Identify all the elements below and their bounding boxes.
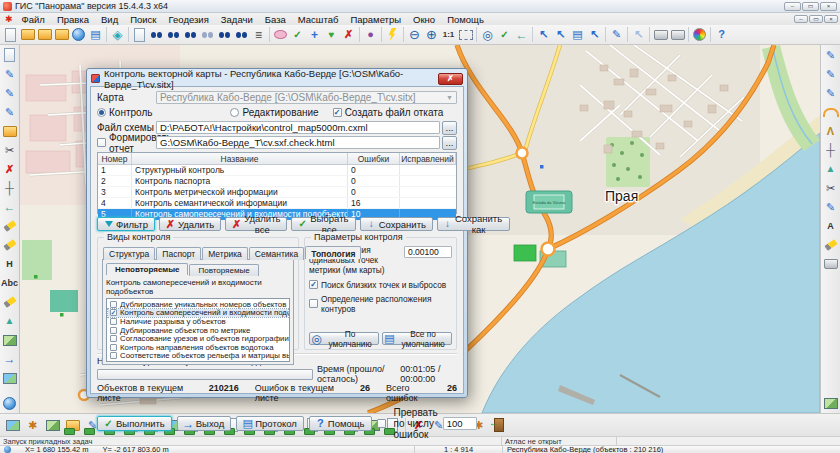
item-checkbox[interactable] [110, 327, 117, 334]
menu-help[interactable]: Помощь [441, 14, 490, 25]
search-repeat-binoculars-icon[interactable] [233, 26, 250, 43]
undo-icon[interactable] [513, 26, 530, 43]
open-globe-icon[interactable] [70, 26, 87, 43]
report-checkbox[interactable] [97, 138, 106, 147]
vector-map-control-dialog[interactable]: Контроль векторной карты - Республика Ка… [86, 68, 468, 398]
apply-icon[interactable] [496, 26, 513, 43]
zoom-rect-icon[interactable] [457, 26, 474, 43]
control-checklist[interactable]: Дублирование уникальных номеров объектов… [106, 298, 290, 362]
filter-button[interactable]: Фильтр [97, 217, 155, 231]
cut-metric-icon[interactable] [822, 179, 840, 197]
child-close-button[interactable]: × [824, 15, 838, 23]
table-row[interactable]: 3 Контроль метрической информации 0 [98, 187, 456, 198]
item-checkbox[interactable] [110, 352, 117, 359]
flashlight-a-icon[interactable] [1, 236, 19, 254]
tab-metric[interactable]: Метрика [202, 247, 248, 260]
table-row[interactable]: 1 Структурный контроль 0 [98, 165, 456, 176]
print-setup-icon[interactable] [669, 26, 686, 43]
spline-icon[interactable] [1, 198, 19, 216]
open-map-icon[interactable] [19, 26, 36, 43]
open-geodata-icon[interactable] [53, 26, 70, 43]
list-item[interactable]: Дублирование уникальных номеров объектов [108, 300, 288, 309]
menu-geodesy[interactable]: Геодезия [163, 14, 215, 25]
doc-add-xml-icon[interactable] [63, 416, 82, 435]
default-button[interactable]: По умолчанию [309, 332, 379, 345]
point-move-icon[interactable] [822, 65, 840, 83]
open-folder-icon[interactable] [36, 26, 53, 43]
scheme-file-input[interactable] [156, 121, 440, 134]
close-button[interactable]: × [820, 2, 837, 11]
text-edit-icon[interactable] [822, 198, 840, 216]
tab-passport[interactable]: Паспорт [156, 247, 201, 260]
layers-icon[interactable] [109, 26, 126, 43]
menu-window[interactable]: Окно [407, 14, 441, 25]
cut-scissors-icon[interactable] [1, 141, 19, 159]
report-file-input[interactable] [156, 136, 440, 149]
menu-file[interactable]: Файл [16, 14, 51, 25]
abort-count-input[interactable] [443, 417, 477, 430]
list-item[interactable]: Дублирование объектов по метрике [108, 326, 288, 335]
delete-all-button[interactable]: Удалить все [225, 217, 287, 231]
measure-compass-icon[interactable] [822, 122, 840, 140]
search-area-binoculars-icon[interactable] [216, 26, 233, 43]
control-results-table[interactable]: Номер Название Ошибки Исправлений 1 Стру… [97, 152, 457, 214]
child-restore-button[interactable]: ▭ [809, 15, 823, 23]
contours-checkbox[interactable] [309, 299, 318, 308]
selection-ball-icon[interactable] [362, 26, 379, 43]
table-row[interactable]: 4 Контроль семантической информации 16 [98, 198, 456, 209]
tab-topology[interactable]: Топология [305, 246, 361, 259]
search-binoculars-icon[interactable] [148, 26, 165, 43]
dialog-close-icon[interactable]: ✗ [438, 73, 463, 85]
flash-pencil-icon[interactable] [822, 236, 840, 254]
list-item[interactable]: Наличие разрыва у объектов [108, 317, 288, 326]
abc-text-icon[interactable]: Abc [1, 274, 19, 292]
pointer-icon[interactable] [630, 26, 647, 43]
maximize-button[interactable]: ▭ [802, 2, 819, 11]
status-icon[interactable] [1, 394, 19, 412]
item-checkbox[interactable] [110, 309, 117, 316]
list-item[interactable]: Согласование урезов и объектов гидрограф… [108, 334, 288, 343]
edit-pencil-cut-icon[interactable] [1, 84, 19, 102]
item-checkbox[interactable] [110, 344, 117, 351]
zoom-in-icon[interactable] [423, 26, 440, 43]
save-button[interactable]: Сохранить [360, 217, 433, 231]
select-clear-icon[interactable] [340, 26, 357, 43]
edit-pencil-query-icon[interactable] [1, 103, 19, 121]
col-name[interactable]: Название [132, 153, 348, 164]
map-combo[interactable]: Республика Кабо-Верде [G:\OSM\Кабо-Верде… [156, 91, 457, 104]
menu-edit[interactable]: Правка [51, 14, 95, 25]
exit-door-icon[interactable] [489, 416, 508, 435]
search-inactive-binoculars-icon[interactable] [199, 26, 216, 43]
delete-x-icon[interactable] [1, 160, 19, 178]
threshold-input[interactable] [404, 246, 452, 258]
control-radio[interactable] [97, 108, 106, 117]
item-checkbox[interactable] [110, 335, 117, 342]
flashlight-icon[interactable] [1, 293, 19, 311]
star-task-icon[interactable] [23, 416, 42, 435]
menu-tasks[interactable]: Задачи [215, 14, 259, 25]
graph-edit-icon[interactable] [822, 160, 840, 178]
zoom-1-1-icon[interactable]: 1:1 [440, 26, 457, 43]
scheme-browse-button[interactable]: ... [442, 121, 457, 135]
list-item-selected[interactable]: Контроль самопересечений и входимости по… [108, 309, 288, 318]
blank-sheet-icon[interactable] [1, 46, 19, 64]
network-icon[interactable] [1, 312, 19, 330]
child-minimize-button[interactable]: – [794, 15, 808, 23]
run-task-icon[interactable] [384, 26, 401, 43]
select-ellipse-icon[interactable] [272, 26, 289, 43]
center-view-icon[interactable] [479, 26, 496, 43]
all-default-button[interactable]: Все по умолчанию [382, 332, 452, 345]
dialog-title-bar[interactable]: Контроль векторной карты - Республика Ка… [90, 71, 464, 86]
menu-database[interactable]: База [259, 14, 292, 25]
title-bar[interactable]: ГИС "Панорама" версия 15.4.4.3 x64 – ▭ × [0, 0, 840, 13]
edit-bucket-icon[interactable] [1, 122, 19, 140]
menu-scale[interactable]: Масштаб [292, 14, 345, 25]
save-as-button[interactable]: Сохранить как [437, 217, 510, 231]
near-points-checkbox[interactable] [309, 280, 318, 289]
menu-view[interactable]: Вид [95, 14, 124, 25]
node-edit-icon[interactable] [822, 141, 840, 159]
execute-button[interactable]: Выполнить [97, 416, 172, 431]
minimize-button[interactable]: – [784, 2, 801, 11]
rollback-checkbox[interactable] [333, 108, 342, 117]
col-errors[interactable]: Ошибки [348, 153, 400, 164]
